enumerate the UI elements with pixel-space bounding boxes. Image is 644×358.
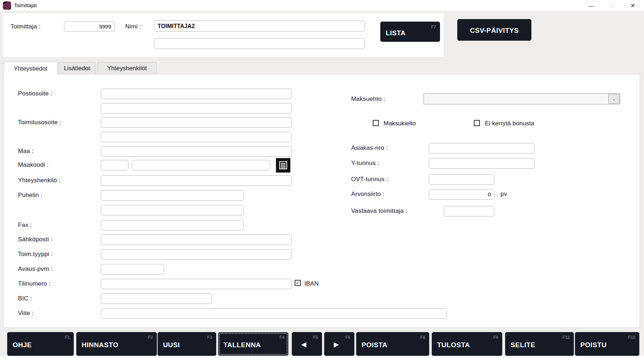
ovt-id-label: OVT-tunnus :	[351, 176, 388, 183]
arrow-right-icon: ▶	[334, 341, 339, 348]
print-button-label: TULOSTA	[437, 341, 470, 349]
exit-button-label: POISTU	[580, 341, 607, 349]
previous-record-button-fkey: F5	[313, 335, 318, 340]
supplier-number-input[interactable]	[64, 21, 115, 32]
chevron-down-icon[interactable]: ⌄	[608, 94, 620, 104]
new-button-label: UUSI	[163, 341, 180, 349]
delivery-address-input-1[interactable]	[101, 117, 292, 128]
tab-yhteystiedot[interactable]: Yhteystiedot	[4, 62, 57, 75]
help-button-fkey: F1	[65, 335, 70, 340]
opening-date-label: Avaus-pvm :	[18, 265, 53, 273]
payment-term-select[interactable]: ⌄	[423, 93, 620, 104]
tab-lisatiedot[interactable]: Lisätiedot	[58, 62, 96, 75]
lista-button-label: LISTA	[386, 29, 405, 37]
exit-button[interactable]: POISTU F10	[575, 332, 639, 356]
save-button-fkey: F4	[280, 335, 285, 340]
list-icon	[278, 161, 288, 170]
next-record-button[interactable]: ▶ F6	[324, 332, 354, 356]
function-button-bar: OHJE F1 HINNASTO F2 UUSI F3 TALLENNA F4 …	[0, 330, 644, 356]
price-list-button[interactable]: HINNASTO F2	[76, 332, 157, 356]
price-list-button-fkey: F2	[148, 335, 153, 340]
ovt-id-input[interactable]	[429, 174, 494, 185]
price-list-button-label: HINNASTO	[82, 341, 118, 349]
name-extra-input[interactable]	[154, 38, 365, 49]
country-code-input[interactable]	[101, 160, 128, 170]
name-label: Nimi :	[125, 23, 141, 30]
print-button-fkey: F9	[493, 335, 498, 340]
country-code-browse-button[interactable]	[276, 158, 290, 173]
business-id-input[interactable]	[429, 158, 535, 169]
close-button[interactable]: ✕	[625, 0, 641, 11]
titlebar: Toimittajat — □ ✕	[0, 0, 644, 11]
opening-date-input[interactable]	[101, 264, 164, 274]
delivery-address-input-2[interactable]	[101, 132, 292, 142]
delivery-address-label: Toimitusosoite :	[18, 119, 61, 126]
country-label: Maa :	[18, 148, 34, 155]
email-input[interactable]	[101, 234, 292, 245]
payment-ban-checkbox[interactable]	[373, 120, 379, 126]
business-id-label: Y-tunnus :	[351, 160, 379, 167]
value-transfer-unit: pv	[500, 191, 507, 198]
app-logo-icon	[3, 1, 11, 10]
save-button[interactable]: TALLENNA F4	[218, 332, 289, 356]
previous-record-button[interactable]: ◀ F5	[292, 332, 322, 356]
no-bonus-checkbox[interactable]	[474, 120, 480, 126]
supplier-type-input[interactable]	[101, 249, 292, 260]
postal-address-input-1[interactable]	[101, 89, 292, 99]
reference-label: Viite :	[18, 310, 34, 317]
minimize-button[interactable]: —	[583, 0, 599, 11]
customer-number-label: Asiakas-nro :	[351, 144, 388, 152]
payment-term-value	[424, 94, 620, 104]
email-label: Sähköposti :	[18, 236, 53, 243]
country-code-label: Maakoodi :	[18, 161, 49, 169]
csv-update-button[interactable]: CSV-PÄIVITYS	[457, 19, 531, 41]
window-title: Toimittajat	[14, 3, 37, 8]
responsible-supplier-label: Vastaava toimittaja :	[351, 207, 407, 215]
new-button-fkey: F3	[207, 335, 212, 340]
header-panel: Toimittaja : Nimi : LISTA F7	[3, 13, 444, 57]
iban-checkbox[interactable]	[295, 280, 301, 286]
delete-button[interactable]: POISTA F8	[356, 332, 429, 356]
legend-button[interactable]: SELITE F12	[505, 332, 574, 356]
value-transfer-label: Arvonsiirto :	[351, 191, 384, 198]
country-code-name-input[interactable]	[132, 160, 270, 170]
help-button[interactable]: OHJE F1	[7, 332, 74, 356]
legend-button-fkey: F12	[562, 335, 570, 340]
responsible-supplier-input[interactable]	[444, 206, 494, 216]
help-button-label: OHJE	[13, 341, 32, 349]
lista-button[interactable]: LISTA F7	[380, 22, 440, 42]
postal-address-input-2[interactable]	[101, 103, 292, 113]
no-bonus-label: Ei kerrytä bonusta	[485, 120, 534, 127]
bic-label: BIC :	[18, 295, 32, 302]
phone-input-2[interactable]	[101, 205, 244, 215]
payment-term-label: Maksuehto :	[351, 95, 385, 103]
payment-ban-label: Maksukielto	[384, 120, 416, 127]
name-input[interactable]	[154, 21, 365, 32]
csv-update-button-label: CSV-PÄIVITYS	[458, 27, 531, 35]
reference-input[interactable]	[101, 308, 447, 319]
value-transfer-input[interactable]	[429, 189, 494, 200]
delete-button-fkey: F8	[420, 335, 425, 340]
legend-button-label: SELITE	[511, 341, 535, 349]
contact-person-label: Yhteyshenkilö :	[18, 177, 60, 184]
next-record-button-fkey: F6	[345, 335, 350, 340]
postal-address-label: Postiosoite :	[18, 90, 52, 97]
account-number-label: Tilinumero :	[18, 280, 51, 287]
contact-info-panel: Postiosoite : Toimitusosoite : Maa : Maa…	[3, 74, 640, 328]
delete-button-label: POISTA	[362, 341, 387, 349]
lista-button-fkey: F7	[431, 24, 436, 30]
customer-number-input[interactable]	[429, 143, 535, 153]
exit-button-fkey: F10	[628, 335, 635, 340]
new-button[interactable]: UUSI F3	[158, 332, 216, 356]
arrow-left-icon: ◀	[301, 341, 306, 348]
maximize-button[interactable]: □	[604, 0, 620, 11]
bic-input[interactable]	[101, 294, 212, 304]
fax-input[interactable]	[101, 220, 244, 231]
contact-person-input[interactable]	[101, 175, 292, 186]
print-button[interactable]: TULOSTA F9	[432, 332, 502, 356]
tab-yhteyshenkilot[interactable]: Yhteyshenkilöt	[97, 62, 157, 75]
account-number-input[interactable]	[101, 279, 292, 289]
country-input[interactable]	[101, 146, 292, 157]
bottom-strip	[0, 356, 644, 358]
phone-input-1[interactable]	[101, 190, 244, 201]
